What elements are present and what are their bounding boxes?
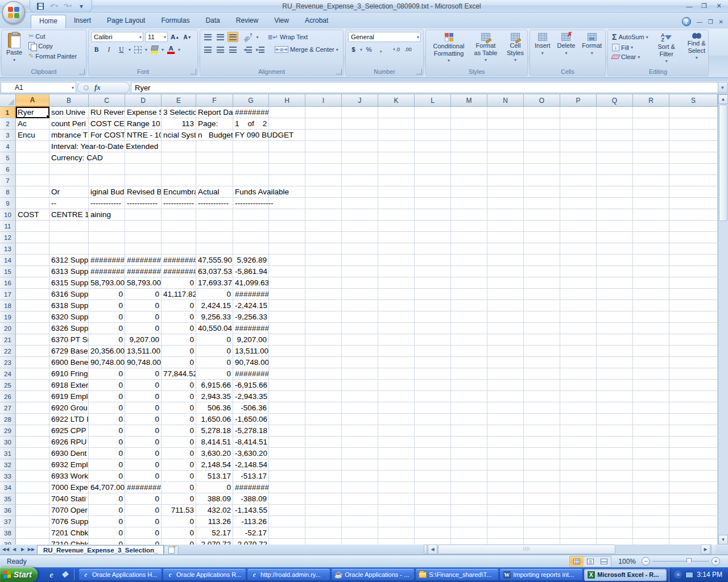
cell-P3[interactable]: [560, 130, 597, 141]
cell-H38[interactable]: [269, 527, 305, 539]
cell-S8[interactable]: [669, 186, 718, 198]
cell-C19[interactable]: 0: [89, 311, 125, 323]
cell-A17[interactable]: [16, 289, 49, 300]
cell-G34[interactable]: ########: [233, 482, 269, 493]
cell-J38[interactable]: [342, 527, 378, 539]
cell-E36[interactable]: 711.53: [162, 505, 196, 516]
cell-O15[interactable]: [524, 266, 560, 277]
tab-data[interactable]: Data: [197, 15, 228, 28]
cell-R14[interactable]: [633, 255, 669, 266]
cell-P11[interactable]: [560, 221, 597, 232]
cell-C6[interactable]: [89, 164, 125, 175]
taskbar-button-oracle-applications[interactable]: ☕Oracle Applications - ...: [332, 569, 414, 581]
cell-A21[interactable]: [16, 334, 49, 346]
cell-I16[interactable]: [305, 277, 342, 289]
cell-D26[interactable]: 0: [125, 391, 162, 402]
cell-C13[interactable]: [89, 243, 125, 255]
tab-formulas[interactable]: Formulas: [153, 15, 197, 28]
cell-K12[interactable]: [378, 232, 415, 243]
cell-S39[interactable]: [669, 539, 718, 544]
cell-B17[interactable]: 6316 Supp: [49, 289, 89, 300]
row-header-12[interactable]: 12: [0, 232, 16, 243]
column-header-Q[interactable]: Q: [597, 94, 633, 107]
cell-J17[interactable]: [342, 289, 378, 300]
cell-N5[interactable]: [487, 152, 524, 164]
cell-A16[interactable]: [16, 277, 49, 289]
cell-B32[interactable]: 6932 Empl: [49, 459, 89, 471]
cell-R25[interactable]: [633, 380, 669, 391]
cell-E14[interactable]: ########: [162, 255, 196, 266]
cell-D9[interactable]: ------------: [125, 198, 162, 209]
cell-L11[interactable]: [415, 221, 451, 232]
row-header-26[interactable]: 26: [0, 391, 16, 402]
cell-M26[interactable]: [451, 391, 487, 402]
cell-F38[interactable]: 52.17: [196, 527, 233, 539]
cell-C11[interactable]: [89, 221, 125, 232]
cell-Q24[interactable]: [597, 368, 633, 380]
zoom-slider-track[interactable]: [652, 561, 709, 562]
cell-J36[interactable]: [342, 505, 378, 516]
cell-S35[interactable]: [669, 493, 718, 505]
cell-H34[interactable]: [269, 482, 305, 493]
cell-N17[interactable]: [487, 289, 524, 300]
cell-A11[interactable]: [16, 221, 49, 232]
column-header-F[interactable]: F: [196, 94, 233, 107]
cell-C15[interactable]: ########: [89, 266, 125, 277]
cell-P29[interactable]: [560, 425, 597, 436]
cell-R20[interactable]: [633, 323, 669, 334]
number-format-combo[interactable]: General▾: [348, 32, 421, 42]
cell-N19[interactable]: [487, 311, 524, 323]
cell-O8[interactable]: [524, 186, 560, 198]
decrease-decimal-button[interactable]: .00: [403, 44, 413, 55]
cell-J8[interactable]: [342, 186, 378, 198]
cell-C23[interactable]: 90,748.00: [89, 357, 125, 368]
cell-C26[interactable]: 0: [89, 391, 125, 402]
cut-button[interactable]: ✂Cut: [27, 32, 78, 40]
cell-P2[interactable]: [560, 118, 597, 130]
cell-F36[interactable]: 432.02: [196, 505, 233, 516]
cell-F8[interactable]: Actual: [196, 186, 233, 198]
cell-S12[interactable]: [669, 232, 718, 243]
cell-G37[interactable]: -113.26: [233, 516, 269, 527]
cell-D6[interactable]: [125, 164, 162, 175]
cell-A38[interactable]: [16, 527, 49, 539]
cell-S23[interactable]: [669, 357, 718, 368]
cell-I22[interactable]: [305, 346, 342, 357]
cell-F18[interactable]: 2,424.15: [196, 300, 233, 311]
cell-S3[interactable]: [669, 130, 718, 141]
cell-R1[interactable]: [633, 107, 669, 118]
cell-J10[interactable]: [342, 209, 378, 221]
cell-K25[interactable]: [378, 380, 415, 391]
cell-O23[interactable]: [524, 357, 560, 368]
cell-O12[interactable]: [524, 232, 560, 243]
cell-J3[interactable]: [342, 130, 378, 141]
cell-N21[interactable]: [487, 334, 524, 346]
cell-M8[interactable]: [451, 186, 487, 198]
cell-R3[interactable]: [633, 130, 669, 141]
cell-O32[interactable]: [524, 459, 560, 471]
cell-F33[interactable]: 513.17: [196, 471, 233, 482]
cell-A20[interactable]: [16, 323, 49, 334]
cell-A32[interactable]: [16, 459, 49, 471]
cell-K8[interactable]: [378, 186, 415, 198]
cell-G4[interactable]: [233, 141, 269, 152]
cell-N33[interactable]: [487, 471, 524, 482]
cell-R10[interactable]: [633, 209, 669, 221]
cell-B18[interactable]: 6318 Supp: [49, 300, 89, 311]
cell-O29[interactable]: [524, 425, 560, 436]
cell-I18[interactable]: [305, 300, 342, 311]
cell-H12[interactable]: [269, 232, 305, 243]
cell-K21[interactable]: [378, 334, 415, 346]
cell-F5[interactable]: [196, 152, 233, 164]
copy-button[interactable]: Copy: [27, 41, 78, 51]
cell-H18[interactable]: [269, 300, 305, 311]
fill-color-button[interactable]: [149, 44, 160, 55]
cell-I25[interactable]: [305, 380, 342, 391]
cell-M27[interactable]: [451, 402, 487, 414]
cell-M1[interactable]: [451, 107, 487, 118]
cell-L7[interactable]: [415, 175, 451, 186]
cell-C18[interactable]: 0: [89, 300, 125, 311]
cell-J12[interactable]: [342, 232, 378, 243]
cell-L28[interactable]: [415, 414, 451, 425]
tray-chevron-icon[interactable]: «: [674, 571, 682, 579]
